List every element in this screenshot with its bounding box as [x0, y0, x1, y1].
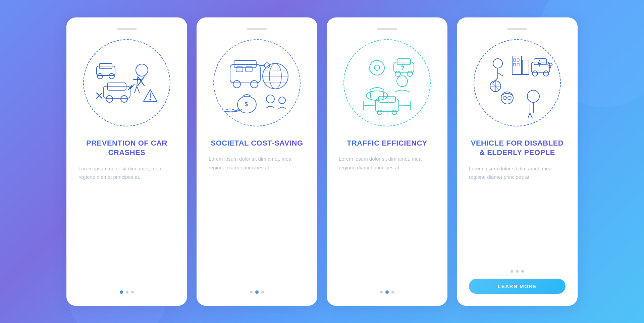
card-1-dots	[120, 290, 134, 294]
dot	[131, 291, 134, 293]
card-4-body: Lorem ipsum dolor sit dim amet, mea regi…	[469, 164, 566, 263]
cards-container: PREVENTION OF CAR CRASHES Lorem ipsum do…	[46, 4, 598, 319]
card-2-title: SOCIETAL COST-SAVING	[211, 139, 303, 148]
svg-point-36	[279, 97, 285, 104]
card-4-dots	[511, 270, 524, 273]
dot	[126, 291, 128, 293]
svg-rect-66	[514, 63, 516, 66]
svg-point-75	[508, 96, 511, 100]
card-3-dots	[380, 290, 394, 294]
svg-point-37	[370, 60, 384, 75]
dot	[511, 270, 513, 273]
learn-more-button[interactable]: LEARN MORE	[469, 279, 566, 294]
svg-rect-65	[517, 59, 519, 61]
svg-line-83	[528, 113, 530, 118]
svg-point-13	[97, 73, 103, 79]
svg-point-51	[392, 110, 397, 115]
svg-rect-64	[514, 59, 516, 61]
svg-point-35	[266, 95, 274, 103]
card-4-title: VEHICLE FOR DISABLED & ELDERLY PEOPLE	[469, 139, 566, 158]
card-notch-2	[247, 28, 267, 30]
dot	[521, 270, 524, 273]
illustration-disabled-elderly	[474, 39, 561, 126]
dot-active	[385, 290, 389, 294]
svg-line-46	[370, 90, 371, 98]
card-1-body: Lorem ipsum dolor sit dim amet, mea regi…	[78, 164, 175, 284]
svg-line-1	[137, 76, 138, 86]
card-1-title: PREVENTION OF CAR CRASHES	[78, 139, 175, 158]
svg-point-14	[109, 73, 114, 79]
svg-point-79	[527, 90, 539, 102]
card-3-body: Lorem ipsum dolor sit dim amet, mea regi…	[339, 155, 435, 283]
svg-point-56	[493, 59, 502, 68]
card-2-dots	[250, 290, 264, 294]
svg-point-42	[395, 71, 400, 76]
dot	[380, 291, 383, 293]
illustration-traffic	[343, 39, 431, 126]
svg-point-0	[136, 64, 148, 76]
svg-point-19	[150, 99, 151, 100]
svg-point-23	[251, 80, 258, 88]
svg-line-3	[135, 86, 137, 93]
svg-point-10	[121, 96, 127, 102]
svg-point-38	[374, 65, 380, 70]
illustration-car-crash	[83, 39, 170, 126]
card-cost-saving: $ SOCIETAL COST-SAVING Lorem ipsum dolor…	[197, 17, 317, 306]
dot	[516, 270, 519, 273]
dot	[261, 291, 264, 293]
svg-rect-63	[522, 60, 529, 74]
svg-rect-67	[517, 63, 519, 66]
card-prevention: PREVENTION OF CAR CRASHES Lorem ipsum do…	[66, 17, 187, 306]
dot-active	[120, 290, 123, 294]
dot	[391, 291, 394, 293]
svg-line-47	[383, 90, 384, 98]
svg-point-22	[233, 80, 240, 88]
card-notch-1	[117, 28, 137, 30]
svg-line-84	[530, 113, 532, 118]
svg-point-43	[407, 71, 413, 76]
svg-line-4	[137, 86, 140, 93]
card-notch-4	[507, 28, 527, 30]
svg-point-71	[543, 71, 549, 76]
svg-point-70	[532, 71, 538, 76]
svg-point-9	[106, 96, 113, 102]
svg-point-50	[377, 110, 382, 115]
card-2-body: Lorem ipsum dolor sit dim amet, mea regi…	[209, 155, 305, 283]
card-notch-3	[377, 28, 397, 30]
svg-point-74	[503, 96, 506, 100]
svg-point-44	[397, 76, 408, 87]
card-traffic: TRAFFIC EFFICIENCY Lorem ipsum dolor sit…	[327, 17, 447, 306]
svg-text:$: $	[245, 101, 248, 108]
card-3-title: TRAFFIC EFFICIENCY	[347, 139, 427, 148]
card-disabled-elderly: VEHICLE FOR DISABLED & ELDERLY PEOPLE Lo…	[457, 17, 578, 306]
dot	[250, 291, 253, 293]
illustration-cost-saving: $	[213, 39, 301, 126]
svg-point-72	[549, 67, 551, 68]
dot-active	[255, 290, 259, 294]
